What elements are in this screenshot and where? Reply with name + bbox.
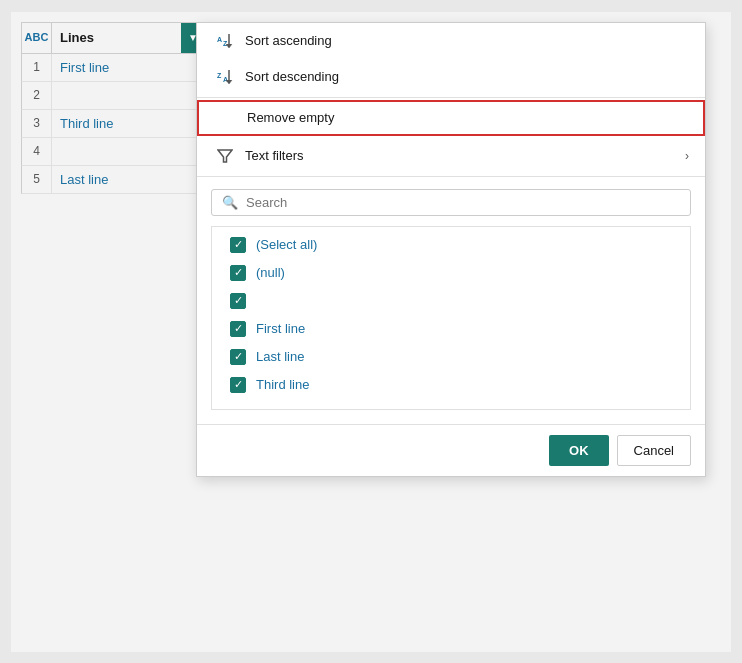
checkbox-icon-first-line: ✓ — [230, 321, 246, 337]
checkbox-icon-empty: ✓ — [230, 293, 246, 309]
table-row: 2 — [21, 82, 206, 110]
checkbox-icon-last-line: ✓ — [230, 349, 246, 365]
sort-descending-item[interactable]: Z A Sort descending — [197, 59, 705, 95]
filter-icon — [213, 148, 237, 164]
table-row: 1 First line — [21, 54, 206, 82]
table-row: 5 Last line — [21, 166, 206, 194]
checkbox-icon-null: ✓ — [230, 265, 246, 281]
column-title: Lines — [52, 30, 181, 45]
checkbox-empty[interactable]: ✓ — [226, 287, 676, 315]
checkbox-label-third-line: Third line — [256, 377, 309, 392]
checkbox-label-first-line: First line — [256, 321, 305, 336]
checkbox-null[interactable]: ✓ (null) — [226, 259, 676, 287]
ok-button[interactable]: OK — [549, 435, 609, 466]
text-filters-item[interactable]: Text filters › — [197, 138, 705, 174]
sort-ascending-item[interactable]: A Z Sort ascending — [197, 23, 705, 59]
menu-divider-2 — [197, 176, 705, 177]
svg-text:Z: Z — [217, 72, 222, 79]
table-row: 3 Third line — [21, 110, 206, 138]
search-area: 🔍 — [197, 179, 705, 226]
checkbox-third-line[interactable]: ✓ Third line — [226, 371, 676, 399]
table-row: 4 — [21, 138, 206, 166]
checkbox-select-all[interactable]: ✓ (Select all) — [226, 231, 676, 259]
table-header: ABC Lines ▼ — [21, 22, 206, 54]
checkbox-first-line[interactable]: ✓ First line — [226, 315, 676, 343]
svg-text:A: A — [217, 36, 222, 43]
sort-descending-label: Sort descending — [245, 69, 689, 84]
sort-desc-icon: Z A — [213, 68, 237, 86]
checkbox-list: ✓ (Select all) ✓ (null) ✓ ✓ Firs — [211, 226, 691, 410]
remove-empty-label: Remove empty — [247, 110, 687, 125]
remove-empty-item[interactable]: Remove empty — [197, 100, 705, 136]
checkbox-label-null: (null) — [256, 265, 285, 280]
search-icon: 🔍 — [222, 195, 238, 210]
menu-divider — [197, 97, 705, 98]
abc-icon: ABC — [22, 23, 52, 53]
table-area: ABC Lines ▼ 1 First line 2 3 Third line … — [21, 22, 206, 194]
checkbox-last-line[interactable]: ✓ Last line — [226, 343, 676, 371]
filter-dropdown-panel: A Z Sort ascending Z A Sort descending — [196, 22, 706, 477]
sort-ascending-label: Sort ascending — [245, 33, 689, 48]
checkbox-icon-select-all: ✓ — [230, 237, 246, 253]
checkbox-label-select-all: (Select all) — [256, 237, 317, 252]
sort-asc-icon: A Z — [213, 32, 237, 50]
panel-footer: OK Cancel — [197, 424, 705, 476]
text-filters-label: Text filters — [245, 148, 685, 163]
checkbox-label-last-line: Last line — [256, 349, 304, 364]
cancel-button[interactable]: Cancel — [617, 435, 691, 466]
checkbox-icon-third-line: ✓ — [230, 377, 246, 393]
svg-marker-6 — [218, 150, 232, 162]
search-input[interactable] — [246, 195, 680, 210]
chevron-right-icon: › — [685, 149, 689, 163]
search-box[interactable]: 🔍 — [211, 189, 691, 216]
